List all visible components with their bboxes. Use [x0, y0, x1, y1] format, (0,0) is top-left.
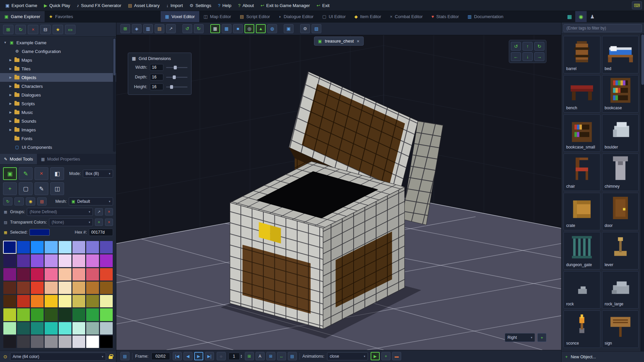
palette-color-21[interactable] — [72, 268, 85, 281]
palette-color-60[interactable] — [59, 336, 71, 348]
palette-color-15[interactable] — [100, 254, 113, 267]
tree-scrollbar[interactable] — [113, 38, 116, 152]
name-frame-button[interactable]: A — [256, 352, 265, 360]
transparent-colors-select[interactable]: (None) ▾ — [49, 218, 93, 226]
tab-model-tools[interactable]: ✎ Model Tools — [0, 154, 37, 164]
palette-color-49[interactable] — [17, 322, 30, 335]
palette-color-33[interactable] — [17, 295, 30, 307]
model-crate[interactable]: crate — [564, 193, 600, 230]
select-tool-button[interactable]: ▢ — [19, 182, 33, 195]
menu-asset-library[interactable]: ▤ Asset Library — [125, 0, 163, 11]
model-tab-treasure-chest[interactable]: ▣ treasure_chest × — [314, 37, 364, 46]
loop-toggle-button[interactable]: ◆ — [217, 352, 226, 360]
palette-color-19[interactable] — [45, 268, 57, 281]
palette-color-46[interactable] — [86, 308, 99, 321]
library-scrollbar[interactable] — [641, 34, 644, 351]
palette-color-14[interactable] — [86, 254, 99, 267]
tree-item-example-game[interactable]: ▼ ▣ Example Game — [0, 38, 116, 47]
edge-color-button[interactable]: ■ — [233, 24, 243, 33]
palette-color-11[interactable] — [45, 254, 57, 267]
erase-tool-button[interactable]: × — [35, 167, 48, 180]
rotate-cw-button[interactable]: ↻ — [534, 42, 544, 51]
frame-step-input[interactable] — [228, 353, 240, 360]
palette-color-17[interactable] — [17, 268, 30, 281]
move-down-button[interactable]: ↓ — [523, 52, 533, 61]
menu-exit[interactable]: ↩ Exit — [313, 0, 333, 11]
palette-color-43[interactable] — [45, 308, 57, 321]
model-chair[interactable]: chair — [564, 154, 600, 191]
palette-color-54[interactable] — [86, 322, 99, 335]
fit-view-button[interactable]: + — [537, 333, 546, 342]
menu-export-game[interactable]: ▣ Export Game — [2, 0, 41, 11]
palette-color-37[interactable] — [72, 295, 85, 307]
tab-script-editor[interactable]: ▤ Script Editor — [235, 11, 274, 22]
palette-color-27[interactable] — [45, 282, 57, 294]
last-frame-button[interactable]: ▶| — [205, 352, 214, 360]
paint-tool-button[interactable]: ✎ — [19, 167, 33, 180]
timeline-panel-button[interactable]: ▤ — [120, 352, 129, 360]
play-animation-button[interactable]: ▶ — [371, 352, 380, 360]
new-model-button[interactable]: ⊞ — [120, 24, 130, 33]
height-slider[interactable] — [166, 84, 187, 89]
palette-color-9[interactable] — [17, 254, 30, 267]
palette-color-57[interactable] — [17, 336, 30, 348]
palette-color-55[interactable] — [100, 322, 113, 335]
palette-color-7[interactable] — [100, 241, 113, 253]
palette-color-62[interactable] — [86, 336, 99, 348]
palette-tool-button[interactable]: ◉ — [26, 197, 35, 205]
palette-select[interactable]: Arne (64 color) ▾ — [10, 353, 106, 361]
palette-color-2[interactable] — [31, 241, 44, 253]
add-animation-button[interactable]: + — [381, 352, 390, 360]
model-chimney[interactable]: chimney — [602, 154, 639, 191]
tree-item-dialogues[interactable]: ▶ Dialogues — [0, 90, 116, 99]
expand-arrow-icon[interactable]: ▼ — [3, 41, 7, 44]
palette-color-45[interactable] — [72, 308, 85, 321]
favorite-button[interactable]: ★ — [53, 25, 63, 34]
tab-tiles-panel[interactable]: ▦ — [564, 11, 575, 22]
palette-color-47[interactable] — [100, 308, 113, 321]
model-boulder[interactable]: boulder — [602, 114, 639, 152]
export-model-button[interactable]: ↗ — [166, 24, 176, 33]
tab-characters-panel[interactable]: ♟ — [587, 11, 598, 22]
model-barrel[interactable]: barrel — [564, 36, 600, 73]
palette-color-56[interactable] — [3, 336, 16, 348]
model-lever[interactable]: lever — [602, 232, 639, 269]
tab-favorites[interactable]: ★ Favorites — [45, 11, 77, 22]
translate-tool-button[interactable]: + — [14, 197, 24, 205]
mode-select[interactable]: Box (B) ▾ — [83, 170, 113, 178]
palette-color-39[interactable] — [100, 295, 113, 307]
palette-color-35[interactable] — [45, 295, 57, 307]
tab-documentation[interactable]: ▥ Documentation — [463, 11, 508, 22]
hex-input[interactable] — [89, 229, 113, 236]
menu-about[interactable]: ? About — [235, 0, 257, 11]
model-bed[interactable]: bed — [602, 36, 639, 73]
camera-view-button[interactable]: ◎ — [245, 24, 254, 33]
expand-arrow-icon[interactable]: ▶ — [9, 58, 12, 62]
palette-color-5[interactable] — [72, 241, 85, 253]
model-rock_large[interactable]: rock_large — [602, 271, 639, 309]
pick-tool-button[interactable]: ✎ — [35, 182, 48, 195]
refresh-button[interactable]: ↻ — [15, 25, 26, 34]
flip-tool-button[interactable]: ▤ — [37, 197, 47, 205]
move-left-button[interactable]: ← — [511, 52, 521, 61]
model-rock[interactable]: rock — [564, 271, 600, 309]
model-bench[interactable]: bench — [564, 75, 600, 113]
frame-settings-button[interactable]: ▤ — [288, 352, 297, 360]
palette-color-25[interactable] — [17, 282, 30, 294]
menu-exit-to-game-manager[interactable]: ↩ Exit to Game Manager — [257, 0, 313, 11]
menu-settings[interactable]: ⚙ Settings — [186, 0, 215, 11]
view-select[interactable]: Right ▾ — [505, 333, 535, 342]
add-frame-button[interactable]: ⊞ — [245, 352, 254, 360]
resize-tool-button[interactable]: + — [3, 182, 17, 195]
move-right-button[interactable]: → — [534, 52, 544, 61]
remove-group-button[interactable]: × — [105, 208, 113, 216]
move-up-button[interactable]: ↑ — [523, 42, 533, 51]
duplicate-frame-button[interactable]: ⊞ — [266, 352, 275, 360]
palette-color-28[interactable] — [59, 282, 71, 294]
delete-resource-button[interactable]: × — [28, 25, 38, 34]
height-input[interactable] — [150, 83, 163, 90]
menu-quick-play[interactable]: ▶ Quick Play — [41, 0, 73, 11]
groups-select[interactable]: (None Defined) ▾ — [27, 208, 93, 216]
palette-color-12[interactable] — [59, 254, 71, 267]
palette-color-4[interactable] — [59, 241, 71, 253]
